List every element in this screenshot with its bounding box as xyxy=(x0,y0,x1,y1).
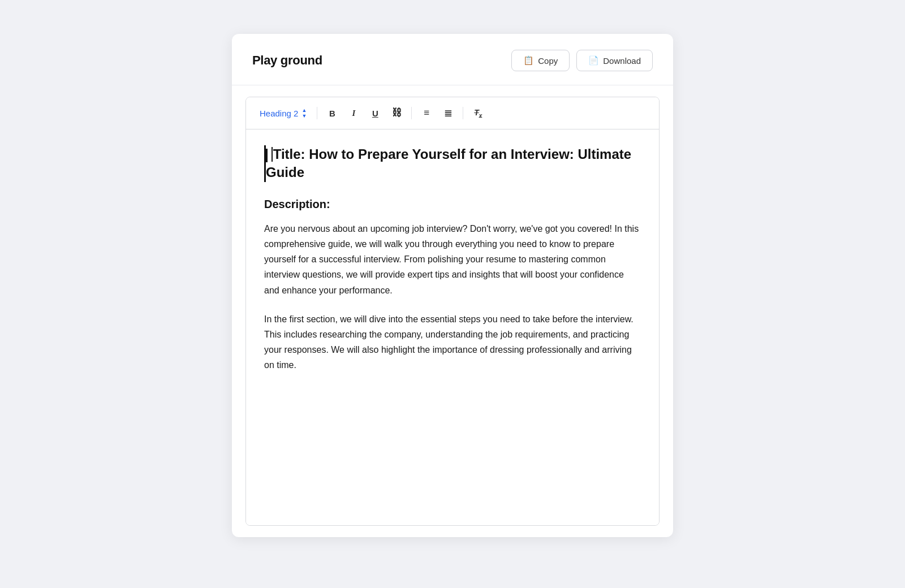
heading-select[interactable]: Heading 2 ▲ ▼ xyxy=(255,106,311,121)
italic-button[interactable]: I xyxy=(344,104,363,122)
toolbar-divider-1 xyxy=(317,107,317,119)
download-button[interactable]: 📄 Download xyxy=(576,50,653,71)
clear-format-icon: Tx xyxy=(474,108,482,119)
section-heading: Description: xyxy=(264,198,641,211)
toolbar: Heading 2 ▲ ▼ B I U ⛓ ≡ xyxy=(246,97,659,129)
app-container: Play ground 📋 Copy 📄 Download Heading 2 … xyxy=(232,34,673,537)
toolbar-divider-2 xyxy=(411,107,412,119)
paragraph-2: In the first section, we will dive into … xyxy=(264,312,641,373)
app-title: Play ground xyxy=(252,53,322,68)
toolbar-divider-3 xyxy=(463,107,463,119)
download-label: Download xyxy=(603,56,641,66)
copy-icon: 📋 xyxy=(523,55,534,66)
bold-button[interactable]: B xyxy=(323,104,341,122)
header-actions: 📋 Copy 📄 Download xyxy=(511,50,653,71)
ordered-list-icon: ≡ xyxy=(424,107,429,119)
copy-button[interactable]: 📋 Copy xyxy=(511,50,570,71)
ordered-list-button[interactable]: ≡ xyxy=(417,104,436,122)
document-title: Title: How to Prepare Yourself for an In… xyxy=(264,145,641,182)
unordered-list-icon: ≣ xyxy=(444,107,452,119)
paragraph-1: Are you nervous about an upcoming job in… xyxy=(264,221,641,298)
italic-icon: I xyxy=(352,109,355,118)
underline-button[interactable]: U xyxy=(366,104,384,122)
clear-format-button[interactable]: Tx xyxy=(469,104,487,122)
editor-wrapper: Heading 2 ▲ ▼ B I U ⛓ ≡ xyxy=(245,97,660,526)
unordered-list-button[interactable]: ≣ xyxy=(439,104,457,122)
header: Play ground 📋 Copy 📄 Download xyxy=(232,34,673,85)
text-cursor xyxy=(272,147,273,162)
link-icon: ⛓ xyxy=(392,107,402,119)
editor-content[interactable]: Title: How to Prepare Yourself for an In… xyxy=(246,129,659,525)
underline-icon: U xyxy=(372,109,378,118)
bold-icon: B xyxy=(329,109,335,118)
copy-label: Copy xyxy=(538,56,558,66)
link-button[interactable]: ⛓ xyxy=(387,104,406,122)
select-arrows-icon: ▲ ▼ xyxy=(301,108,307,119)
heading-select-label: Heading 2 xyxy=(260,109,298,118)
download-icon: 📄 xyxy=(588,55,599,66)
